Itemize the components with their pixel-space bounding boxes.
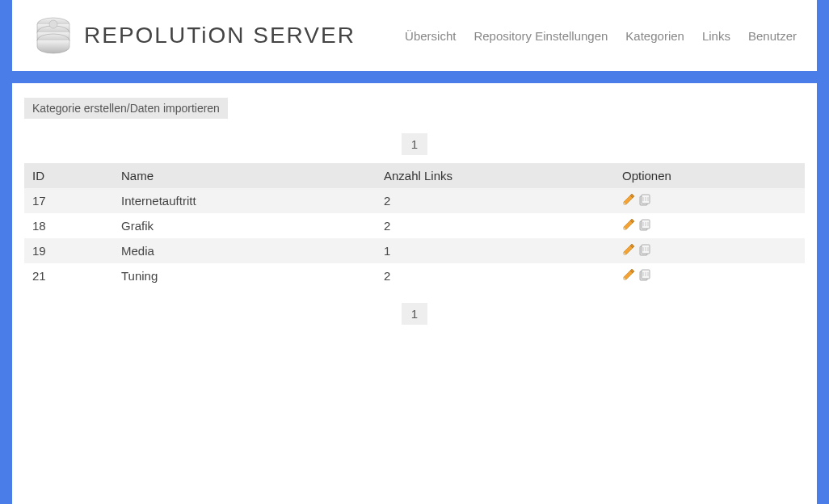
edit-icon[interactable] bbox=[622, 243, 635, 256]
main-nav: Übersicht Repository Einstellungen Kateg… bbox=[405, 29, 797, 43]
header-bar: REPOLUTiON SERVER Übersicht Repository E… bbox=[12, 0, 817, 71]
brand-logo[interactable]: REPOLUTiON SERVER bbox=[32, 15, 356, 57]
edit-icon[interactable] bbox=[622, 193, 635, 206]
delete-icon[interactable] bbox=[638, 193, 651, 206]
edit-icon[interactable] bbox=[622, 268, 635, 281]
cell-name: Media bbox=[113, 238, 376, 263]
delete-icon[interactable] bbox=[638, 243, 651, 256]
delete-icon[interactable] bbox=[638, 268, 651, 281]
cell-options bbox=[614, 213, 805, 238]
table-row: 18Grafik2 bbox=[24, 213, 805, 238]
cell-options bbox=[614, 238, 805, 263]
delete-icon[interactable] bbox=[638, 218, 651, 231]
cell-options bbox=[614, 188, 805, 213]
cell-name: Grafik bbox=[113, 213, 376, 238]
cell-name: Tuning bbox=[113, 263, 376, 288]
cell-id: 18 bbox=[24, 213, 113, 238]
table-row: 17Internetauftritt2 bbox=[24, 188, 805, 213]
edit-icon[interactable] bbox=[622, 218, 635, 231]
pager-top: 1 bbox=[24, 133, 805, 155]
table-header-row: ID Name Anzahl Links Optionen bbox=[24, 163, 805, 188]
cell-id: 17 bbox=[24, 188, 113, 213]
cell-count: 2 bbox=[376, 188, 614, 213]
nav-repo-settings[interactable]: Repository Einstellungen bbox=[473, 29, 608, 43]
content-area: Kategorie erstellen/Daten importieren 1 … bbox=[12, 83, 817, 504]
col-options: Optionen bbox=[614, 163, 805, 188]
page-1-top[interactable]: 1 bbox=[402, 133, 427, 155]
col-id: ID bbox=[24, 163, 113, 188]
page-1-bottom[interactable]: 1 bbox=[402, 303, 427, 325]
pager-bottom: 1 bbox=[24, 303, 805, 325]
database-icon bbox=[32, 15, 74, 57]
nav-links[interactable]: Links bbox=[702, 29, 730, 43]
cell-id: 19 bbox=[24, 238, 113, 263]
cell-options bbox=[614, 263, 805, 288]
nav-overview[interactable]: Übersicht bbox=[405, 29, 456, 43]
create-import-button[interactable]: Kategorie erstellen/Daten importieren bbox=[24, 98, 228, 119]
cell-name: Internetauftritt bbox=[113, 188, 376, 213]
table-row: 19Media1 bbox=[24, 238, 805, 263]
brand-title: REPOLUTiON SERVER bbox=[84, 23, 356, 48]
cell-count: 2 bbox=[376, 263, 614, 288]
table-row: 21Tuning2 bbox=[24, 263, 805, 288]
cell-count: 2 bbox=[376, 213, 614, 238]
cell-count: 1 bbox=[376, 238, 614, 263]
categories-table: ID Name Anzahl Links Optionen 17Internet… bbox=[24, 163, 805, 288]
col-count: Anzahl Links bbox=[376, 163, 614, 188]
svg-point-3 bbox=[49, 20, 57, 28]
nav-users[interactable]: Benutzer bbox=[748, 29, 797, 43]
nav-categories[interactable]: Kategorien bbox=[625, 29, 684, 43]
col-name: Name bbox=[113, 163, 376, 188]
cell-id: 21 bbox=[24, 263, 113, 288]
